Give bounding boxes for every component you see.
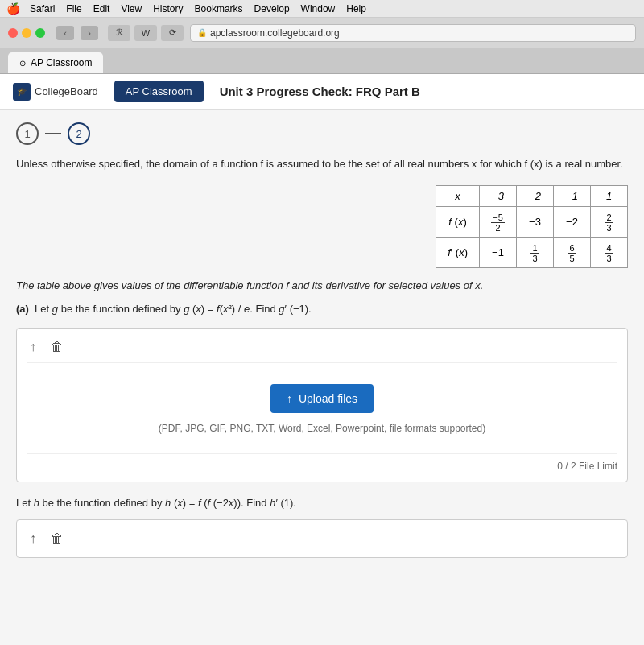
minimize-button[interactable] — [22, 28, 31, 38]
ap-classroom-tab[interactable]: AP Classroom — [114, 81, 204, 102]
menu-bookmarks[interactable]: Bookmarks — [195, 3, 243, 14]
question-nav: 1 2 — [16, 122, 628, 145]
menu-file[interactable]: File — [66, 3, 81, 14]
traffic-lights — [8, 28, 45, 38]
maximize-button[interactable] — [35, 28, 45, 38]
delete-toolbar-icon-b[interactable]: 🗑 — [47, 530, 67, 548]
tab-ap-classroom[interactable]: ⊙ AP Classroom — [8, 52, 103, 73]
q-connector — [45, 133, 61, 134]
col-header-x: x — [436, 185, 480, 206]
page-title: Unit 3 Progress Check: FRQ Part B — [220, 85, 420, 98]
col-header-n3: −3 — [480, 185, 517, 206]
table-container: x −3 −2 −1 1 f (x) −52 −3 −2 — [16, 185, 628, 268]
row-label-fx: f (x) — [436, 206, 480, 237]
close-button[interactable] — [8, 28, 18, 38]
tab-label: AP Classroom — [31, 57, 92, 68]
table-row-fpx: f′ (x) −1 13 65 43 — [436, 237, 628, 267]
upload-toolbar-icon-b[interactable]: ↑ — [27, 530, 39, 548]
row-label-fpx: f′ (x) — [436, 237, 480, 267]
cell-fx-n2: −3 — [517, 206, 554, 237]
instruction-text: Unless otherwise specified, the domain o… — [16, 156, 628, 172]
logo-text: CollegeBoard — [35, 85, 98, 97]
menu-window[interactable]: Window — [301, 3, 336, 14]
upload-toolbar-icon[interactable]: ↑ — [27, 338, 39, 356]
tab-icon-w[interactable]: W — [134, 25, 157, 41]
tab-icon-refresh[interactable]: ⟳ — [161, 25, 184, 41]
menu-history[interactable]: History — [153, 3, 183, 14]
col-header-n2: −2 — [517, 185, 554, 206]
file-limit: 0 / 2 File Limit — [27, 453, 617, 472]
tab-icon-r[interactable]: ℛ — [108, 25, 130, 41]
main-content: 1 2 Unless otherwise specified, the doma… — [0, 110, 644, 571]
menu-view[interactable]: View — [121, 3, 142, 14]
upload-hint: (PDF, JPG, GIF, PNG, TXT, Word, Excel, P… — [159, 423, 485, 434]
cell-fpx-1: 43 — [591, 237, 628, 267]
tab-strip: ⊙ AP Classroom — [0, 48, 644, 74]
collegeboard-logo: 🎓 CollegeBoard — [13, 83, 98, 101]
tab-icons: ℛ W ⟳ — [108, 25, 184, 41]
menu-develop[interactable]: Develop — [254, 3, 290, 14]
browser-chrome: ‹ › ℛ W ⟳ 🔒 apclassroom.collegeboard.org — [0, 18, 644, 48]
back-button[interactable]: ‹ — [56, 26, 74, 40]
menu-edit[interactable]: Edit — [93, 3, 110, 14]
url-text: apclassroom.collegeboard.org — [210, 27, 340, 39]
table-description: The table above gives values of the diff… — [16, 279, 628, 291]
answer-box-body: ↑ Upload files (PDF, JPG, GIF, PNG, TXT,… — [27, 371, 617, 447]
answer-box-b: ↑ 🗑 — [16, 519, 628, 558]
tab-favicon: ⊙ — [19, 59, 26, 68]
site-header: 🎓 CollegeBoard AP Classroom Unit 3 Progr… — [0, 74, 644, 110]
apple-menu[interactable]: 🍎 — [6, 2, 20, 15]
upload-files-button[interactable]: ↑ Upload files — [270, 384, 374, 413]
answer-box-a: ↑ 🗑 ↑ Upload files (PDF, JPG, GIF, PNG, … — [16, 328, 628, 482]
menu-bar: 🍎 Safari File Edit View History Bookmark… — [0, 0, 644, 18]
part-b-text: Let h be the function defined by h (x) =… — [16, 495, 628, 512]
cell-fpx-n1: 65 — [554, 237, 591, 267]
cell-fpx-n2: 13 — [517, 237, 554, 267]
cell-fpx-n3: −1 — [480, 237, 517, 267]
menu-safari[interactable]: Safari — [30, 3, 55, 14]
upload-arrow-icon: ↑ — [287, 392, 292, 405]
cell-fx-n3: −52 — [480, 206, 517, 237]
question-2-btn[interactable]: 2 — [68, 122, 90, 145]
upload-btn-label: Upload files — [299, 392, 357, 405]
answer-box-b-toolbar: ↑ 🗑 — [27, 530, 617, 548]
answer-box-toolbar: ↑ 🗑 — [27, 338, 617, 363]
cb-icon: 🎓 — [13, 83, 31, 101]
cell-fx-1: 23 — [591, 206, 628, 237]
data-table: x −3 −2 −1 1 f (x) −52 −3 −2 — [436, 185, 628, 268]
menu-help[interactable]: Help — [346, 3, 366, 14]
forward-button[interactable]: › — [80, 26, 98, 40]
col-header-n1: −1 — [554, 185, 591, 206]
lock-icon: 🔒 — [197, 28, 207, 37]
delete-toolbar-icon[interactable]: 🗑 — [47, 338, 67, 356]
table-row-fx: f (x) −52 −3 −2 23 — [436, 206, 628, 237]
question-1-btn[interactable]: 1 — [16, 122, 39, 145]
page: 🎓 CollegeBoard AP Classroom Unit 3 Progr… — [0, 74, 644, 645]
part-a-label: (a) Let g be the function defined by g (… — [16, 301, 628, 318]
address-bar[interactable]: 🔒 apclassroom.collegeboard.org — [190, 24, 636, 42]
col-header-1: 1 — [591, 185, 628, 206]
cell-fx-n1: −2 — [554, 206, 591, 237]
